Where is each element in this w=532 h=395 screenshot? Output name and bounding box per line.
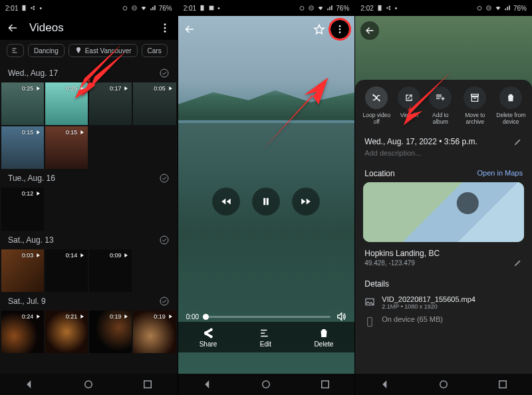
video-thumb[interactable]: 0:25 <box>1 82 44 125</box>
phone-icon <box>199 5 205 11</box>
back-icon[interactable] <box>184 23 196 35</box>
svg-point-25 <box>477 7 481 11</box>
nav-home-icon[interactable] <box>260 378 272 390</box>
nav-home-icon[interactable] <box>82 378 94 390</box>
nav-back-icon[interactable] <box>23 378 35 390</box>
more-icon[interactable] <box>159 22 171 34</box>
view-in-button[interactable]: View in <box>398 86 420 125</box>
chip-cars[interactable]: Cars <box>142 44 168 57</box>
svg-point-19 <box>339 31 341 33</box>
nav-back-icon[interactable] <box>379 378 391 390</box>
nav-recent-icon[interactable] <box>319 378 331 390</box>
status-time: 2:01 <box>184 5 196 12</box>
svg-point-2 <box>33 8 35 10</box>
seek-track[interactable] <box>204 316 331 318</box>
video-thumb[interactable]: 0:12 <box>1 188 44 230</box>
delete-button[interactable]: Delete <box>314 327 333 348</box>
video-thumb[interactable]: 0:15 <box>45 126 88 169</box>
play-icon <box>78 252 85 259</box>
open-external-icon <box>404 92 414 103</box>
rewind-icon <box>220 196 232 207</box>
video-thumb[interactable]: 0:05 <box>133 82 176 125</box>
video-thumb[interactable]: 0:25 <box>45 82 88 125</box>
progress-bar[interactable]: 0:00 <box>186 311 347 322</box>
nav-bar <box>178 374 355 395</box>
rewind-button[interactable] <box>212 188 240 215</box>
volume-icon[interactable] <box>336 311 346 322</box>
svg-point-18 <box>339 29 341 31</box>
status-time: 2:02 <box>360 5 373 12</box>
play-icon <box>122 313 129 320</box>
star-icon[interactable] <box>313 23 325 35</box>
edit-pencil-icon[interactable] <box>513 137 523 146</box>
chip-location[interactable]: East Vancouver <box>68 44 138 57</box>
action-chip-row[interactable]: Loop video off View in Add to album Move… <box>355 80 532 132</box>
video-thumb[interactable]: 0:21 <box>45 311 88 353</box>
status-battery: 76% <box>513 5 527 12</box>
delete-from-device-button[interactable]: Delete from device <box>496 86 525 125</box>
chip-dancing[interactable]: Dancing <box>28 44 65 57</box>
loop-video-button[interactable]: Loop video off <box>362 86 391 125</box>
play-icon <box>35 85 41 92</box>
video-thumb[interactable]: 0:15 <box>1 126 44 169</box>
filter-chip[interactable] <box>7 44 24 57</box>
play-icon <box>122 252 129 259</box>
svg-point-11 <box>160 297 168 305</box>
nav-bar <box>0 374 178 395</box>
nav-back-icon[interactable] <box>201 378 213 390</box>
info-sheet[interactable]: Loop video off View in Add to album Move… <box>355 80 532 374</box>
back-icon <box>364 25 375 36</box>
svg-rect-21 <box>322 381 329 388</box>
more-button[interactable] <box>331 20 349 39</box>
video-thumb[interactable]: 0:17 <box>89 82 132 125</box>
share-button[interactable]: Share <box>200 327 217 348</box>
back-button[interactable] <box>360 21 379 40</box>
nav-home-icon[interactable] <box>438 378 450 390</box>
map-thumbnail[interactable] <box>363 182 524 242</box>
date-header[interactable]: Wed., Aug. 17 <box>0 64 178 82</box>
check-circle-icon[interactable] <box>159 296 170 307</box>
back-icon[interactable] <box>7 22 19 34</box>
date-header[interactable]: Tue., Aug. 16 <box>0 169 178 188</box>
play-icon <box>35 190 41 197</box>
svg-point-17 <box>339 25 341 27</box>
play-icon <box>35 129 41 136</box>
nav-recent-icon[interactable] <box>497 378 509 390</box>
video-thumb[interactable]: 0:14 <box>45 249 88 292</box>
video-thumb[interactable]: 0:19 <box>89 311 132 353</box>
video-thumb[interactable]: 0:19 <box>133 311 176 353</box>
video-thumb[interactable]: 0:03 <box>1 249 44 292</box>
play-icon <box>122 85 129 92</box>
edit-pencil-icon[interactable] <box>513 258 523 267</box>
move-to-archive-button[interactable]: Move to archive <box>460 86 489 125</box>
forward-button[interactable] <box>292 188 320 215</box>
date-header[interactable]: Sat., Aug. 13 <box>0 231 178 249</box>
location-name: Hopkins Landing, BC <box>355 246 532 258</box>
wifi-icon <box>140 5 147 11</box>
svg-point-7 <box>164 31 166 33</box>
video-thumb[interactable]: 0:09 <box>89 249 132 292</box>
video-thumb[interactable]: 0:24 <box>1 311 44 353</box>
pause-icon <box>260 196 272 207</box>
play-icon <box>35 252 41 259</box>
pause-button[interactable] <box>252 188 280 215</box>
storage-detail-row: On device (65 MB) <box>355 313 532 330</box>
date-header[interactable]: Sat., Jul. 9 <box>0 292 178 311</box>
date-label: Sat., Aug. 13 <box>8 235 54 245</box>
add-description-input[interactable]: Add description... <box>355 148 532 164</box>
signal-icon <box>150 5 156 11</box>
alarm-icon <box>299 5 305 11</box>
add-to-album-button[interactable]: Add to album <box>427 86 454 125</box>
share-icon <box>202 327 214 339</box>
open-in-maps-link[interactable]: Open in Maps <box>477 169 522 178</box>
nav-recent-icon[interactable] <box>142 378 154 390</box>
check-circle-icon[interactable] <box>159 235 170 245</box>
check-circle-icon[interactable] <box>159 173 170 184</box>
video-player[interactable]: 0:00 Share Edit Delete <box>178 16 355 374</box>
check-circle-icon[interactable] <box>159 68 170 78</box>
svg-point-15 <box>300 7 304 11</box>
trash-icon <box>505 92 516 103</box>
image-icon <box>364 297 375 307</box>
svg-point-10 <box>160 236 168 244</box>
edit-button[interactable]: Edit <box>259 327 271 348</box>
